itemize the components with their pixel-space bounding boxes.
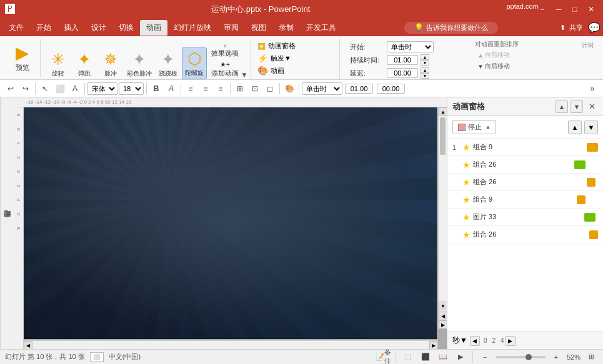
scroll-thumb-v[interactable] xyxy=(440,117,446,155)
add-animation-btn[interactable]: ★+ 添加动画 xyxy=(209,59,241,79)
anim-item-3[interactable]: ★ 组合 26 xyxy=(447,174,603,191)
menu-record[interactable]: 录制 xyxy=(272,20,300,36)
menu-insert[interactable]: 插入 xyxy=(57,20,85,36)
duration-up[interactable]: ▲ xyxy=(421,54,429,60)
effect-options-btn[interactable]: ⬦ 效果选项 xyxy=(209,40,241,59)
scroll-left-btn[interactable]: ◀ xyxy=(24,341,32,349)
anim-bounce-btn[interactable]: ✦ 弹跳 xyxy=(72,49,97,79)
menu-file[interactable]: 文件 xyxy=(2,20,30,36)
start-select[interactable]: 单击时 与上一动画同时 上一动画之后 xyxy=(387,41,434,52)
menu-animations[interactable]: 动画 xyxy=(140,20,167,36)
svg-line-16 xyxy=(185,252,249,339)
fit-slide-btn[interactable]: ⊞ xyxy=(584,352,598,363)
timing-start-toolbar[interactable]: 单击时 xyxy=(302,82,342,95)
duration-down[interactable]: ▼ xyxy=(421,60,429,66)
zoom-level[interactable]: 52% xyxy=(567,353,581,361)
tb-shape-btn[interactable]: ⬜ xyxy=(53,82,67,96)
font-size-select[interactable]: 18 xyxy=(119,82,144,95)
close-button[interactable]: ✕ xyxy=(584,2,598,16)
scroll-down-btn[interactable]: ▼ xyxy=(439,302,447,310)
undo-button[interactable]: ↩ xyxy=(4,82,17,96)
delay-up[interactable]: ▲ xyxy=(421,67,429,73)
move-back-btn[interactable]: ▼ 向后移动 xyxy=(475,61,519,71)
tb-text-btn[interactable]: A xyxy=(68,82,82,96)
vertical-scrollbar[interactable]: ▲ ▼ ◀ ▶ xyxy=(438,107,447,329)
view-slideshow-btn[interactable]: ▶ xyxy=(454,352,467,363)
align-center-btn[interactable]: ≡ xyxy=(199,82,212,96)
scroll-right-btn[interactable]: ▶ xyxy=(429,341,438,349)
timeline-prev-btn[interactable]: ◀ xyxy=(470,336,480,346)
anim-item-2[interactable]: ★ 组合 26 xyxy=(447,156,603,174)
restore-button[interactable]: □ xyxy=(568,2,582,16)
delay-input[interactable] xyxy=(387,68,418,78)
stop-button[interactable]: 停止 ▲ xyxy=(452,120,496,134)
menu-devtools[interactable]: 开发工具 xyxy=(300,20,342,36)
anim-seesaw-btn[interactable]: ✦ 跷跷板 xyxy=(156,49,181,79)
anim-panel-close-btn[interactable]: ✕ xyxy=(586,101,598,113)
scroll-track-v[interactable] xyxy=(439,116,447,302)
zoom-thumb[interactable] xyxy=(526,354,532,360)
anim-item-1[interactable]: 1 ★ 组合 9 xyxy=(447,139,603,156)
anim-panel-up-btn[interactable]: ▲ xyxy=(556,101,568,113)
menu-design[interactable]: 设计 xyxy=(85,20,112,36)
anim-item-4[interactable]: ★ 组合 9 xyxy=(447,191,603,209)
order-up-btn[interactable]: ▲ xyxy=(568,121,582,134)
zoom-out-btn[interactable]: − xyxy=(478,352,492,363)
italic-button[interactable]: A xyxy=(164,82,178,96)
anim-gyro-btn[interactable]: ⬡ 陀螺旋 xyxy=(182,47,207,79)
scroll-next-slide[interactable]: ▶ xyxy=(439,320,447,329)
duration-input[interactable] xyxy=(387,55,418,65)
tb-more-1[interactable]: ⊞ xyxy=(233,82,247,96)
anim-item-5[interactable]: ★ 图片 33 xyxy=(447,209,603,226)
font-select[interactable]: 宋体 xyxy=(87,82,117,95)
tb-cursor-btn[interactable]: ↖ xyxy=(38,82,52,96)
toolbar-duration-input[interactable] xyxy=(345,84,373,94)
minimize-button[interactable]: ─ xyxy=(552,2,566,16)
scroll-prev-slide[interactable]: ◀ xyxy=(439,312,447,320)
order-down-btn[interactable]: ▼ xyxy=(584,121,598,134)
animation-painter-btn[interactable]: 🎨 动画 xyxy=(256,65,336,76)
menu-home[interactable]: 开始 xyxy=(30,20,57,36)
anim-rotate-btn[interactable]: ✳ 旋转 xyxy=(46,49,71,79)
share-area[interactable]: ⬆ 共享 xyxy=(560,23,583,32)
tb-color-btn[interactable]: 🎨 xyxy=(282,82,296,96)
seconds-label[interactable]: 秒▼ xyxy=(452,335,467,346)
toolbar-expand-btn[interactable]: » xyxy=(586,82,599,96)
anim-item-6[interactable]: ★ 组合 26 xyxy=(447,226,603,243)
forward-label: 向前移动 xyxy=(485,51,510,59)
animation-pane-btn[interactable]: ▦ 动画窗格 xyxy=(256,40,336,51)
anim-colorpulse-btn[interactable]: ✦ 彩色脉冲 xyxy=(124,49,154,79)
menu-slideshow[interactable]: 幻灯片放映 xyxy=(167,20,217,36)
animations-scroll-btn[interactable]: ▼ xyxy=(242,71,247,79)
trigger-btn[interactable]: ⚡ 触发▼ xyxy=(256,52,336,64)
zoom-slider[interactable] xyxy=(496,356,546,358)
view-slide-sorter-btn[interactable]: ⬛ xyxy=(419,352,432,363)
anim-panel-down-btn[interactable]: ▼ xyxy=(571,101,583,113)
move-forward-btn[interactable]: ▲ 向前移动 xyxy=(475,50,519,60)
layout-btn[interactable]: ⬜ xyxy=(90,352,104,362)
notes-btn[interactable]: 📝 备注 xyxy=(377,352,391,363)
comments-button[interactable]: 💬 xyxy=(588,22,601,34)
bold-button[interactable]: B xyxy=(149,82,163,96)
timeline-next-btn[interactable]: ▶ xyxy=(506,336,516,346)
menu-transitions[interactable]: 切换 xyxy=(112,20,140,36)
redo-button[interactable]: ↪ xyxy=(19,82,32,96)
view-reading-btn[interactable]: 📖 xyxy=(436,352,450,363)
anim-pulse-btn[interactable]: ✵ 脉冲 xyxy=(98,49,123,79)
scroll-up-btn[interactable]: ▲ xyxy=(439,107,447,116)
scroll-track-h[interactable] xyxy=(32,341,429,349)
preview-button[interactable]: ▶ 预览 xyxy=(9,40,36,75)
tell-me-bar[interactable]: 💡 告诉我你想要做什么 xyxy=(404,22,498,34)
delay-down[interactable]: ▼ xyxy=(421,73,429,79)
menu-view[interactable]: 视图 xyxy=(245,20,272,36)
tb-more-3[interactable]: ◻ xyxy=(263,82,277,96)
svg-line-5 xyxy=(140,194,231,223)
toolbar-delay-input[interactable] xyxy=(377,84,405,94)
menu-review[interactable]: 审阅 xyxy=(217,20,245,36)
align-left-btn[interactable]: ≡ xyxy=(184,82,197,96)
horizontal-scrollbar[interactable]: ◀ ▶ xyxy=(24,340,438,349)
tb-more-2[interactable]: ⊡ xyxy=(248,82,262,96)
zoom-in-btn[interactable]: + xyxy=(549,352,563,363)
align-right-btn[interactable]: ≡ xyxy=(214,82,227,96)
view-normal-btn[interactable]: ⬚ xyxy=(401,352,415,363)
